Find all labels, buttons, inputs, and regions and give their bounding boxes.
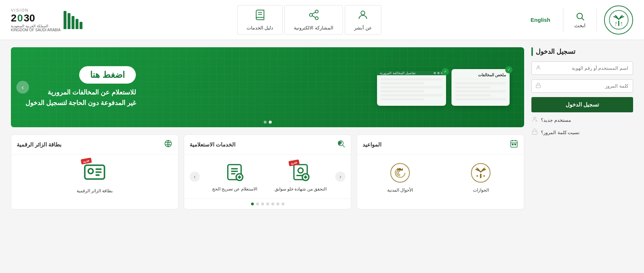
search-doc-icon: [337, 139, 345, 150]
nav-item-guide[interactable]: دليل الخدمات: [237, 5, 283, 35]
svg-rect-1: [618, 21, 619, 26]
svg-rect-22: [511, 141, 517, 147]
card2-line3: [381, 86, 442, 88]
dot-6[interactable]: [256, 202, 259, 205]
main-container: تسجيل الدخول: [0, 40, 644, 217]
card2-line1: [381, 78, 442, 80]
svg-point-8: [361, 11, 365, 15]
banner-next-btn[interactable]: ›: [16, 81, 29, 94]
vision-30: 30: [24, 12, 35, 24]
login-form: تسجيل الدخول: [531, 61, 633, 112]
password-input[interactable]: [532, 80, 633, 92]
bar-4: [68, 13, 70, 29]
check-icon-2: ✓: [442, 68, 449, 75]
digital-visitor-icon-wrapper: جديد: [83, 160, 106, 185]
bar-1: [80, 22, 82, 29]
dot-3[interactable]: [271, 202, 274, 205]
passports-label: الجوازات: [473, 188, 489, 193]
inquiry-title: الخدمات الاستعلامية: [190, 141, 235, 148]
inquiry-prev-btn[interactable]: ‹: [335, 172, 345, 182]
login-links: مستخدم جديد؟ نسيت كلمة المرور؟: [531, 116, 633, 136]
svg-point-35: [391, 163, 410, 182]
svg-point-28: [471, 163, 490, 182]
hajj-item[interactable]: الاستعلام عن تصريح الحج: [203, 162, 266, 192]
svg-point-10: [309, 13, 312, 16]
person-icon: [357, 9, 369, 23]
banner-card-1: ملخص المخالفات: [451, 69, 510, 106]
svg-point-9: [315, 10, 318, 13]
dot-4[interactable]: [266, 202, 269, 205]
win-dot3: [434, 72, 436, 74]
inquiry-carousel-dots: [184, 198, 351, 209]
forgot-password-text: نسيت كلمة المرور؟: [541, 130, 580, 135]
civil-label: الأحوال المدنية: [387, 188, 413, 193]
kingdom-english: KINGDOM OF SAUDI ARABIA: [11, 28, 61, 32]
vision-year-text: 2: [11, 12, 17, 24]
banner-main-text: للاستعلام عن المخالفات المرورية غير المد…: [25, 87, 136, 108]
no-criminal-label: التحقق من شهادة خلو سوابق: [275, 186, 327, 192]
center-content: ✓ ملخص المخالفات ✓: [11, 47, 524, 209]
svg-point-18: [534, 117, 536, 119]
login-button[interactable]: تسجيل الدخول: [531, 97, 633, 112]
new-user-icon: [531, 116, 538, 124]
card2-line4: [381, 90, 424, 92]
banner-text: اضغط هنا للاستعلام عن المخالفات المرورية…: [25, 66, 136, 108]
card2-line5: [381, 94, 442, 96]
svg-point-3: [618, 25, 619, 26]
vision-zero: 0: [17, 12, 23, 24]
digital-visitor-item[interactable]: جديد بطاقة الزائر الرقمية: [17, 160, 173, 193]
card1-line3: [455, 90, 506, 92]
vision-title: VISION: [11, 8, 61, 12]
win-dot2: [437, 72, 440, 74]
svg-point-2: [615, 25, 616, 25]
forgot-password-link[interactable]: نسيت كلمة المرور؟: [531, 128, 633, 136]
new-user-link[interactable]: مستخدم جديد؟: [531, 116, 633, 124]
vision-year-row: 2 0 30: [11, 12, 61, 24]
search-label: ابحث: [574, 23, 586, 28]
banner-card1-wrapper: ✓ ملخص المخالفات: [451, 69, 510, 106]
header: ابحث English عن أبشر: [0, 0, 644, 40]
passports-icon: [469, 161, 493, 185]
banner-dots: [264, 121, 272, 124]
dot-5[interactable]: [261, 202, 264, 205]
nav-item-about[interactable]: عن أبشر: [345, 5, 381, 35]
press-here-text: اضغط هنا: [90, 70, 125, 80]
visitor-card-body: جديد بطاقة الزائر الرقمية: [11, 155, 178, 199]
banner-content: ✓ ملخص المخالفات ✓: [11, 66, 524, 108]
svg-point-59: [88, 169, 93, 174]
logo: [604, 5, 633, 35]
english-link[interactable]: English: [525, 17, 556, 23]
card2-header-title: تفاصيل المخالفة المرورية: [380, 71, 416, 75]
civil-item[interactable]: الأحوال المدنية: [362, 161, 438, 193]
press-here-box[interactable]: اضغط هنا: [79, 66, 136, 84]
svg-point-34: [472, 164, 490, 181]
no-criminal-item[interactable]: جديد التحقق من شهادة خلو سوابق: [270, 162, 332, 192]
passports-item[interactable]: الجوازات: [443, 161, 518, 193]
banner-dot-1[interactable]: [269, 121, 272, 124]
search-area[interactable]: ابحث: [563, 8, 597, 32]
dot-1[interactable]: [282, 202, 284, 205]
card1-line2: [455, 86, 491, 88]
svg-line-13: [312, 12, 315, 14]
inquiry-header: الخدمات الاستعلامية: [184, 135, 351, 155]
inquiry-card: الخدمات الاستعلامية ‹ جديد: [184, 135, 351, 209]
user-icon: [535, 65, 541, 72]
dot-7[interactable]: [251, 202, 254, 205]
banner-dot-2[interactable]: [264, 121, 267, 124]
globe-icon: [164, 139, 173, 150]
nav-item-participation[interactable]: المشاركة الالكترونية: [284, 5, 343, 35]
svg-point-55: [165, 140, 171, 147]
hajj-label: الاستعلام عن تصريح الحج: [212, 186, 257, 192]
banner: ✓ ملخص المخالفات ✓: [11, 47, 524, 127]
banner-card-2: تفاصيل المخالفة المرورية: [377, 71, 446, 106]
visitor-card-title: بطاقة الزائر الرقمية: [17, 141, 61, 148]
username-input[interactable]: [532, 62, 633, 75]
book-icon: [254, 9, 266, 23]
appointments-header: المواعيد: [357, 135, 524, 155]
inquiry-next-btn[interactable]: ›: [190, 172, 200, 182]
dot-2[interactable]: [276, 202, 279, 205]
svg-point-11: [315, 17, 318, 20]
card1-line1: [455, 82, 506, 84]
appointments-body: الجوازات: [357, 155, 524, 198]
visitor-card: بطاقة الزائر الرقمية جديد: [11, 135, 178, 209]
